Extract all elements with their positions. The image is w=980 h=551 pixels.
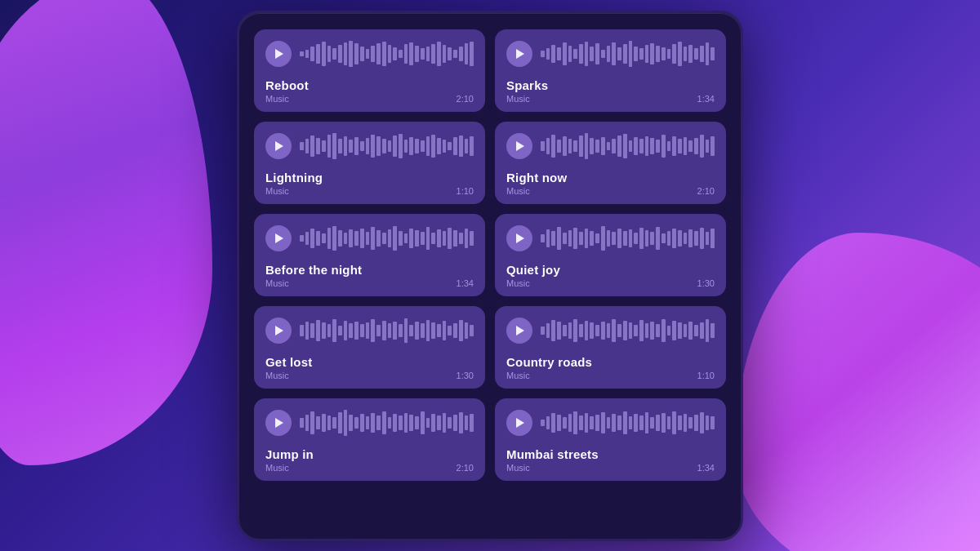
track-duration-1: 2:10: [457, 94, 474, 104]
track-subtitle-3: Music: [265, 186, 323, 196]
track-grid: RebootMusic2:10SparksMusic1:34LightningM…: [254, 29, 726, 481]
play-button-4[interactable]: [506, 133, 532, 159]
play-button-10[interactable]: [506, 410, 532, 436]
track-duration-7: 1:30: [457, 371, 474, 380]
waveform-4: [541, 133, 715, 159]
track-title-4: Right now: [506, 171, 567, 184]
track-title-7: Get lost: [265, 355, 312, 369]
music-card-1[interactable]: RebootMusic2:10: [254, 29, 485, 112]
music-card-2[interactable]: SparksMusic1:34: [495, 29, 726, 112]
tablet-device: RebootMusic2:10SparksMusic1:34LightningM…: [237, 11, 743, 541]
play-button-8[interactable]: [506, 318, 532, 344]
track-subtitle-2: Music: [506, 94, 548, 104]
music-card-8[interactable]: Country roadsMusic1:10: [495, 306, 726, 389]
music-card-3[interactable]: LightningMusic1:10: [254, 122, 485, 204]
waveform-6: [541, 225, 715, 251]
music-card-7[interactable]: Get lostMusic1:30: [254, 306, 485, 389]
waveform-1: [300, 41, 474, 67]
track-title-1: Reboot: [265, 78, 309, 92]
waveform-3: [300, 133, 474, 159]
music-card-5[interactable]: Before the nightMusic1:34: [254, 214, 485, 296]
play-button-3[interactable]: [265, 133, 292, 159]
waveform-2: [541, 41, 715, 67]
track-duration-3: 1:10: [457, 186, 474, 196]
track-subtitle-4: Music: [506, 186, 567, 196]
track-title-2: Sparks: [506, 78, 548, 92]
music-card-4[interactable]: Right nowMusic2:10: [495, 122, 726, 204]
decorative-blob-left: [0, 0, 212, 465]
waveform-9: [300, 410, 474, 436]
play-button-1[interactable]: [265, 41, 292, 67]
track-title-3: Lightning: [265, 171, 323, 184]
track-subtitle-10: Music: [506, 463, 599, 473]
track-duration-4: 2:10: [697, 186, 715, 196]
play-button-5[interactable]: [265, 225, 292, 251]
track-duration-9: 2:10: [457, 463, 474, 473]
track-duration-5: 1:34: [457, 278, 474, 288]
decorative-blob-right: [735, 233, 980, 551]
track-subtitle-1: Music: [265, 94, 309, 104]
track-duration-8: 1:10: [697, 371, 715, 380]
music-card-6[interactable]: Quiet joyMusic1:30: [495, 214, 726, 296]
music-card-9[interactable]: Jump inMusic2:10: [254, 398, 485, 481]
track-title-5: Before the night: [265, 263, 362, 277]
music-card-10[interactable]: Mumbai streetsMusic1:34: [495, 398, 726, 481]
track-subtitle-9: Music: [265, 463, 314, 473]
track-title-6: Quiet joy: [506, 263, 560, 277]
waveform-10: [541, 410, 715, 436]
track-duration-2: 1:34: [697, 94, 715, 104]
track-title-8: Country roads: [506, 355, 592, 369]
play-button-2[interactable]: [506, 41, 532, 67]
track-subtitle-5: Music: [265, 278, 362, 288]
waveform-5: [300, 225, 474, 251]
track-duration-6: 1:30: [697, 278, 715, 288]
track-subtitle-7: Music: [265, 371, 312, 380]
play-button-7[interactable]: [265, 318, 292, 344]
track-subtitle-8: Music: [506, 371, 592, 380]
track-title-9: Jump in: [265, 447, 314, 461]
waveform-7: [300, 318, 474, 344]
play-button-6[interactable]: [506, 225, 532, 251]
track-duration-10: 1:34: [697, 463, 715, 473]
track-title-10: Mumbai streets: [506, 447, 599, 461]
waveform-8: [541, 318, 715, 344]
track-subtitle-6: Music: [506, 278, 560, 288]
play-button-9[interactable]: [265, 410, 292, 436]
